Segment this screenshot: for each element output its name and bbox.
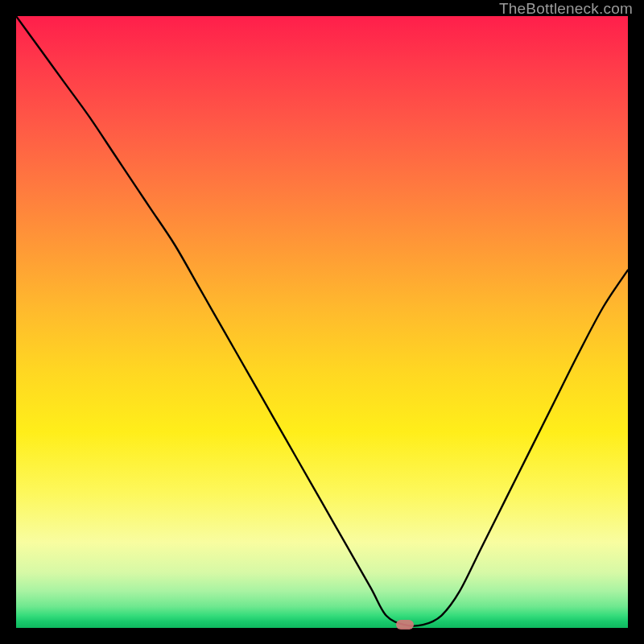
line-curve xyxy=(16,16,628,628)
chart-frame: TheBottleneck.com xyxy=(0,0,644,644)
plot-area xyxy=(16,16,628,628)
highlight-marker xyxy=(396,620,414,630)
watermark-label: TheBottleneck.com xyxy=(499,0,633,18)
